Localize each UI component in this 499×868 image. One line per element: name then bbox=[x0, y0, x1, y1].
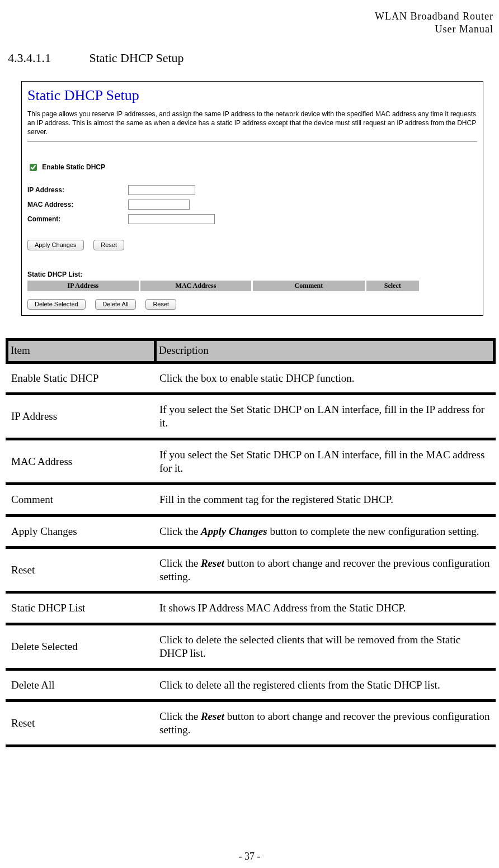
desc-text: If you select the Set Static DHCP on LAN… bbox=[154, 395, 496, 440]
section-number: 4.3.4.1.1 bbox=[8, 51, 86, 65]
desc-item: Reset bbox=[6, 702, 154, 747]
delete-all-button[interactable]: Delete All bbox=[95, 299, 135, 310]
desc-text: Click the Reset button to abort change a… bbox=[154, 702, 496, 747]
desc-text: If you select the Set Static DHCP on LAN… bbox=[154, 440, 496, 486]
desc-header-item: Item bbox=[6, 338, 154, 364]
list-header-ip: IP Address bbox=[27, 281, 139, 291]
desc-item: Static DHCP List bbox=[6, 594, 154, 625]
delete-selected-button[interactable]: Delete Selected bbox=[27, 299, 86, 310]
desc-item: Enable Static DHCP bbox=[6, 364, 154, 396]
description-table: Item Description Enable Static DHCPClick… bbox=[6, 338, 496, 747]
desc-item: MAC Address bbox=[6, 440, 154, 486]
screenshot-title: Static DHCP Setup bbox=[27, 87, 477, 104]
header-line2: User Manual bbox=[6, 23, 493, 36]
enable-static-dhcp-label: Enable Static DHCP bbox=[42, 163, 105, 170]
divider bbox=[27, 141, 477, 142]
desc-text: Click the Reset button to abort change a… bbox=[154, 549, 496, 594]
ip-address-label: IP Address: bbox=[27, 186, 128, 194]
page-header: WLAN Broadband Router User Manual bbox=[6, 10, 493, 35]
desc-header-desc: Description bbox=[154, 338, 496, 364]
desc-item: Comment bbox=[6, 485, 154, 517]
screenshot-description: This page allows you reserve IP addresse… bbox=[27, 110, 477, 137]
enable-static-dhcp-checkbox[interactable] bbox=[30, 164, 37, 171]
section-title: Static DHCP Setup bbox=[90, 51, 184, 65]
comment-label: Comment: bbox=[27, 215, 128, 223]
static-dhcp-list-label: Static DHCP List: bbox=[27, 271, 477, 278]
desc-item: Apply Changes bbox=[6, 517, 154, 549]
config-screenshot: Static DHCP Setup This page allows you r… bbox=[21, 81, 483, 316]
comment-input[interactable] bbox=[128, 214, 215, 224]
desc-text: Fill in the comment tag for the register… bbox=[154, 485, 496, 517]
desc-item: IP Address bbox=[6, 395, 154, 440]
desc-text: It shows IP Address MAC Address from the… bbox=[154, 594, 496, 625]
list-header-comment: Comment bbox=[252, 281, 365, 291]
apply-changes-button[interactable]: Apply Changes bbox=[27, 240, 84, 250]
button-bar: Apply Changes Reset bbox=[27, 240, 477, 250]
desc-item: Reset bbox=[6, 549, 154, 594]
static-dhcp-list-table: IP Address MAC Address Comment Select bbox=[27, 281, 419, 291]
button-bar-2: Delete Selected Delete All Reset bbox=[27, 299, 477, 310]
desc-text: Click the box to enable static DHCP func… bbox=[154, 364, 496, 396]
list-header-select: Select bbox=[365, 281, 419, 291]
ip-address-row: IP Address: bbox=[27, 185, 477, 195]
mac-address-row: MAC Address: bbox=[27, 200, 477, 210]
desc-text: Click to delete the selected clients tha… bbox=[154, 625, 496, 671]
comment-row: Comment: bbox=[27, 214, 477, 224]
desc-item: Delete All bbox=[6, 671, 154, 703]
list-header-mac: MAC Address bbox=[139, 281, 252, 291]
enable-static-dhcp-row: Enable Static DHCP bbox=[27, 162, 477, 173]
reset-button-2[interactable]: Reset bbox=[145, 299, 176, 310]
desc-text: Click to delete all the registered clien… bbox=[154, 671, 496, 703]
desc-text: Click the Apply Changes button to comple… bbox=[154, 517, 496, 549]
desc-item: Delete Selected bbox=[6, 625, 154, 671]
page-footer: - 37 - bbox=[0, 851, 499, 862]
mac-address-label: MAC Address: bbox=[27, 201, 128, 208]
reset-button[interactable]: Reset bbox=[93, 240, 124, 250]
ip-address-input[interactable] bbox=[128, 185, 195, 195]
mac-address-input[interactable] bbox=[128, 200, 190, 210]
header-line1: WLAN Broadband Router bbox=[6, 10, 493, 23]
section-heading: 4.3.4.1.1 Static DHCP Setup bbox=[8, 51, 493, 65]
